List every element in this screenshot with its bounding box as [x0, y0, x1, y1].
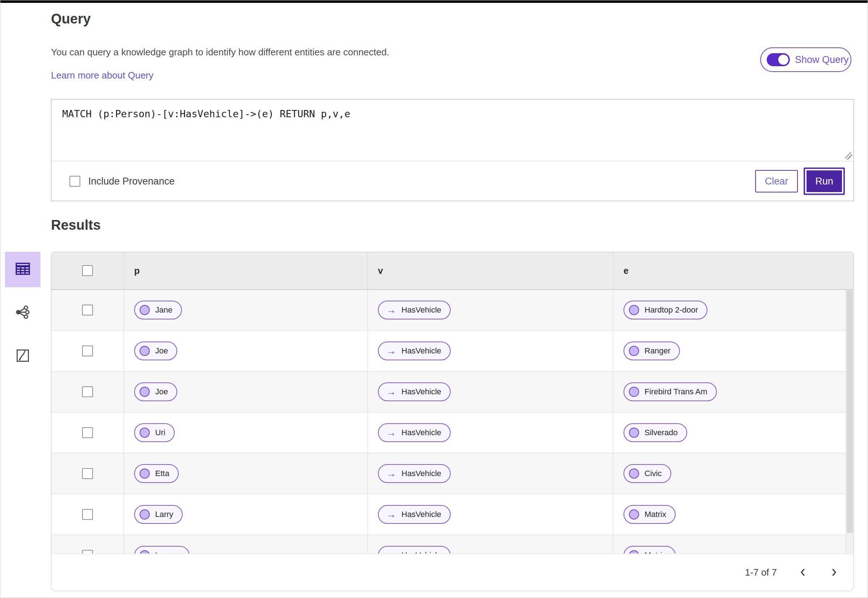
node-pill-e[interactable]: Silverado: [623, 423, 687, 442]
node-pill-e[interactable]: Civic: [623, 464, 671, 483]
node-pill-e[interactable]: Ranger: [623, 341, 680, 360]
node-pill-e[interactable]: Matrix: [623, 505, 675, 524]
cell-p: Jane: [124, 290, 368, 330]
edge-label: HasVehicle: [402, 305, 441, 315]
table-row: Jane → HasVehicle Hardtop 2-door: [51, 290, 853, 330]
cell-p: Etta: [124, 453, 368, 494]
pagination-range-label: 1-7 of 7: [745, 567, 777, 578]
edge-pill-v[interactable]: → HasVehicle: [378, 546, 451, 553]
node-label: Joe: [155, 387, 168, 396]
node-label: Matrix: [644, 510, 666, 519]
node-pill-p[interactable]: Larry: [134, 505, 183, 524]
node-pill-p[interactable]: Etta: [134, 464, 179, 483]
table-body: Jane → HasVehicle Hardtop 2-door Joe: [51, 290, 853, 553]
edge-label: HasVehicle: [402, 510, 441, 519]
row-checkbox[interactable]: [82, 427, 93, 438]
row-checkbox[interactable]: [82, 345, 93, 356]
node-label: Ranger: [644, 346, 671, 356]
edge-label: HasVehicle: [402, 551, 441, 553]
cell-v: → HasVehicle: [368, 290, 613, 330]
node-label: Matrix: [644, 551, 666, 553]
learn-more-link[interactable]: Learn more about Query: [51, 70, 153, 81]
run-button[interactable]: Run: [804, 167, 845, 195]
edge-label: HasVehicle: [402, 428, 441, 437]
show-query-toggle[interactable]: Show Query: [760, 47, 852, 72]
row-checkbox[interactable]: [82, 468, 93, 479]
node-circle-icon: [140, 550, 150, 553]
table-row: Joe → HasVehicle Firebird Trans Am: [51, 372, 853, 413]
results-title: Results: [51, 217, 100, 233]
arrow-right-icon: →: [383, 510, 396, 519]
row-select-cell: [51, 413, 124, 453]
cell-p: Joe: [124, 330, 368, 371]
arrow-right-icon: →: [383, 469, 396, 478]
row-checkbox[interactable]: [82, 386, 93, 397]
cell-e: Matrix: [613, 494, 853, 535]
next-page-button[interactable]: [829, 567, 839, 577]
row-checkbox[interactable]: [82, 550, 93, 553]
cell-v: → HasVehicle: [368, 330, 613, 371]
arrow-right-icon: →: [383, 428, 396, 438]
view-item-map[interactable]: [5, 339, 40, 374]
edge-label: HasVehicle: [402, 469, 441, 478]
results-table: p v e Jane → HasVehicle Hardtop 2-door: [51, 252, 854, 591]
edge-pill-v[interactable]: → HasVehicle: [378, 464, 451, 483]
cell-e: Matrix: [613, 535, 853, 553]
edge-pill-v[interactable]: → HasVehicle: [378, 383, 451, 401]
node-circle-icon: [629, 428, 639, 438]
node-label: Jane: [155, 305, 173, 315]
show-query-toggle-label: Show Query: [795, 54, 849, 66]
resize-handle-icon[interactable]: [845, 152, 852, 160]
node-pill-p[interactable]: Uri: [134, 423, 175, 442]
row-select-cell: [51, 535, 124, 553]
edge-label: HasVehicle: [402, 387, 441, 396]
query-panel-footer: Include Provenance Clear Run: [51, 161, 853, 201]
node-pill-p[interactable]: Joe: [134, 383, 177, 401]
row-select-cell: [51, 494, 124, 535]
cell-v: → HasVehicle: [368, 413, 613, 453]
edge-pill-v[interactable]: → HasVehicle: [378, 300, 451, 320]
select-all-checkbox[interactable]: [82, 265, 93, 276]
node-pill-e[interactable]: Hardtop 2-door: [623, 300, 707, 320]
column-header-p: p: [124, 252, 368, 289]
page-description: You can query a knowledge graph to ident…: [51, 47, 389, 58]
query-editor[interactable]: MATCH (p:Person)-[v:HasVehicle]->(e) RET…: [51, 100, 853, 161]
row-checkbox[interactable]: [82, 509, 93, 520]
scrollbar-thumb[interactable]: [847, 290, 853, 533]
table-scrollbar[interactable]: [846, 290, 853, 553]
view-item-graph[interactable]: [5, 295, 40, 330]
arrow-right-icon: →: [383, 305, 396, 315]
arrow-right-icon: →: [383, 387, 396, 397]
node-pill-p[interactable]: Joe: [134, 341, 177, 360]
chevron-right-icon: [829, 567, 839, 577]
clear-button[interactable]: Clear: [755, 170, 798, 193]
include-provenance-checkbox[interactable]: [69, 176, 80, 187]
node-circle-icon: [629, 346, 639, 356]
node-pill-p[interactable]: Jane: [134, 300, 182, 320]
query-text[interactable]: MATCH (p:Person)-[v:HasVehicle]->(e) RET…: [51, 100, 853, 128]
page-title: Query: [51, 11, 91, 27]
edge-pill-v[interactable]: → HasVehicle: [378, 341, 451, 360]
cell-v: → HasVehicle: [368, 372, 613, 412]
node-pill-e[interactable]: Firebird Trans Am: [623, 383, 717, 401]
header-select-cell: [51, 252, 124, 289]
cell-p: Larry: [124, 494, 368, 535]
row-select-cell: [51, 372, 124, 412]
node-label: Larry: [155, 510, 173, 519]
view-item-table[interactable]: [5, 252, 40, 287]
previous-page-button[interactable]: [798, 567, 808, 577]
edge-pill-v[interactable]: → HasVehicle: [378, 505, 451, 524]
chevron-left-icon: [798, 567, 808, 577]
cell-p: Joe: [124, 372, 368, 412]
node-label: Uri: [155, 428, 165, 437]
node-pill-p[interactable]: Lauren: [134, 546, 190, 553]
pagination-bar: 1-7 of 7: [51, 553, 853, 591]
edge-pill-v[interactable]: → HasVehicle: [378, 423, 451, 442]
cell-v: → HasVehicle: [368, 494, 613, 535]
row-checkbox[interactable]: [82, 305, 93, 315]
node-pill-e[interactable]: Matrix: [623, 546, 675, 553]
table-header-row: p v e: [51, 252, 853, 290]
table-row: Joe → HasVehicle Ranger: [51, 330, 853, 372]
toggle-switch-icon[interactable]: [767, 53, 790, 66]
top-black-bar: [0, 0, 868, 3]
